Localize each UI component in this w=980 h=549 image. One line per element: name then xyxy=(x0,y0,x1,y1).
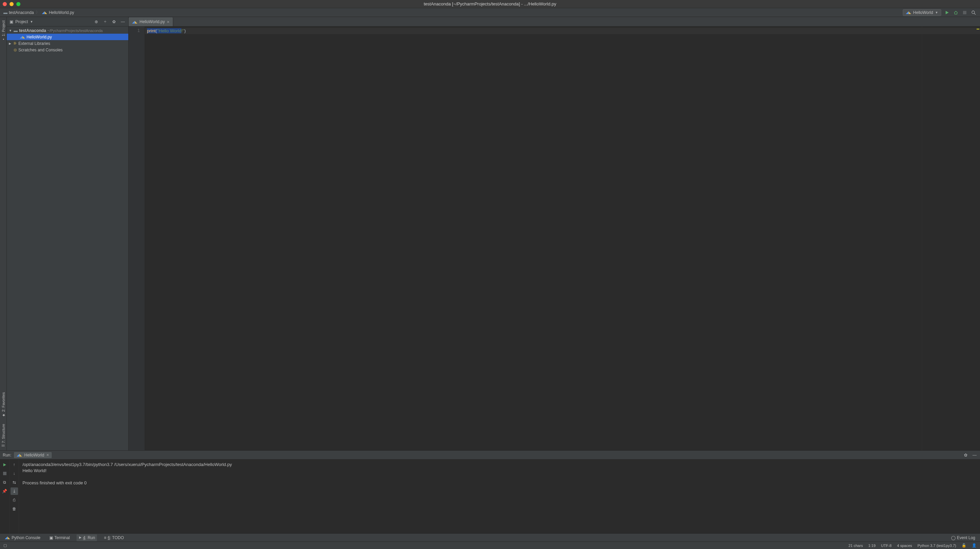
tab-mnemonic: 4 xyxy=(83,535,86,540)
run-tool-window: Run: ◢◣ HelloWorld ✕ ✿ — ⧉ 📌 ↑ ↓ ⇆ ⤓ xyxy=(0,451,980,533)
stop-run-button[interactable] xyxy=(1,470,8,477)
code-area[interactable]: print("Hello World!") xyxy=(145,27,980,451)
project-panel: ▣ Project ▼ ⊕ ÷ ✿ — ▼ ▬ testAnaconda ~/P… xyxy=(7,17,129,451)
tree-file[interactable]: ◢◣ HelloWorld.py xyxy=(7,34,128,40)
event-log-icon: ◯ xyxy=(951,535,956,540)
tree-scratches[interactable]: ◎ Scratches and Consoles xyxy=(7,47,128,53)
clear-all-button[interactable]: 🗑 xyxy=(11,505,18,513)
locate-file-button[interactable]: ⊕ xyxy=(94,19,99,24)
run-button[interactable] xyxy=(944,10,950,16)
status-chars: 21 chars xyxy=(848,544,862,547)
soft-wrap-button[interactable]: ⇆ xyxy=(11,479,18,486)
run-tab[interactable]: ◢◣ HelloWorld ✕ xyxy=(14,452,51,458)
expand-arrow-icon[interactable]: ▼ xyxy=(9,29,12,32)
editor-tabs: ◢◣ HelloWorld.py ✕ xyxy=(129,17,980,27)
code-token: ) xyxy=(184,28,185,33)
project-view-icon: ▣ xyxy=(10,19,13,24)
tree-label: External Libraries xyxy=(18,41,50,46)
scroll-down-button[interactable]: ↓ xyxy=(11,470,18,477)
close-window-button[interactable] xyxy=(3,2,7,6)
svg-rect-9 xyxy=(3,472,6,475)
gear-icon: ✿ xyxy=(964,453,967,457)
tree-external-libs[interactable]: ▶ ⊪ External Libraries xyxy=(7,40,128,47)
titlebar: testAnaconda [~/PycharmProjects/testAnac… xyxy=(0,0,980,8)
pin-button[interactable]: 📌 xyxy=(1,487,8,495)
print-button[interactable]: ⎙ xyxy=(11,496,18,504)
maximize-window-button[interactable] xyxy=(16,2,21,6)
breadcrumb-file[interactable]: ◢◣ HelloWorld.py xyxy=(42,10,74,15)
code-token: print xyxy=(147,28,156,33)
window-controls xyxy=(3,2,21,6)
svg-point-7 xyxy=(972,11,975,14)
terminal-tab[interactable]: ▣ Terminal xyxy=(47,535,72,541)
todo-icon: ≡ xyxy=(104,535,106,540)
event-log-tab[interactable]: ◯ Event Log xyxy=(949,535,977,541)
run-configuration-selector[interactable]: ◢◣ HelloWorld ▼ xyxy=(903,9,941,16)
scroll-to-end-button[interactable]: ⤓ xyxy=(11,487,18,495)
scroll-up-button[interactable]: ↑ xyxy=(11,461,18,468)
tree-root[interactable]: ▼ ▬ testAnaconda ~/PycharmProjects/testA… xyxy=(7,27,128,34)
editor-tab[interactable]: ◢◣ HelloWorld.py ✕ xyxy=(129,17,173,26)
close-tab-button[interactable]: ✕ xyxy=(46,453,49,457)
folder-icon: ▬ xyxy=(14,28,18,33)
settings-button[interactable]: ✿ xyxy=(111,19,117,24)
tree-label: Scratches and Consoles xyxy=(18,48,63,52)
run-tab[interactable]: 4: Run xyxy=(76,535,97,541)
run-output[interactable]: /opt/anaconda3/envs/test1py3.7/bin/pytho… xyxy=(19,460,980,533)
run-toolbar-left: ⧉ 📌 xyxy=(0,460,10,533)
debug-button[interactable] xyxy=(953,10,959,16)
output-stdout: Hello World! xyxy=(22,468,47,473)
favorites-tool-button[interactable]: ★ 2: Favorites xyxy=(1,392,5,417)
run-settings-button[interactable]: ✿ xyxy=(963,452,969,458)
hide-panel-button[interactable]: — xyxy=(120,19,126,24)
todo-tab[interactable]: ≡ 6: TODO xyxy=(102,535,126,541)
status-position[interactable]: 1:19 xyxy=(869,544,875,547)
editor-gutter: 1 xyxy=(129,27,145,451)
run-label: Run: xyxy=(3,453,11,457)
python-file-icon: ◢◣ xyxy=(132,20,137,24)
print-icon: ⎙ xyxy=(13,498,15,502)
editor-area: ◢◣ HelloWorld.py ✕ 1 print("Hello World!… xyxy=(129,17,980,451)
inspector-icon[interactable]: 👤 xyxy=(972,543,977,547)
breadcrumb-project[interactable]: ▬ testAnaconda xyxy=(3,10,34,15)
python-icon: ◢◣ xyxy=(17,453,22,457)
project-panel-header: ▣ Project ▼ ⊕ ÷ ✿ — xyxy=(7,17,128,27)
run-config-label: HelloWorld xyxy=(913,10,933,15)
folder-icon: ▬ xyxy=(3,10,8,15)
stop-button[interactable] xyxy=(962,10,968,16)
main-toolbar: ◢◣ HelloWorld ▼ xyxy=(903,9,977,16)
python-icon: ◢◣ xyxy=(5,536,10,539)
tab-label: : Run xyxy=(86,535,95,540)
status-encoding[interactable]: UTF-8 xyxy=(881,544,891,547)
bottom-tool-tabs: ◢◣ Python Console ▣ Terminal 4: Run ≡ 6:… xyxy=(0,533,980,541)
output-finish: Process finished with exit code 0 xyxy=(22,480,87,486)
status-left-button[interactable]: ▢ xyxy=(3,543,7,547)
expand-all-button[interactable]: ÷ xyxy=(102,19,108,24)
editor[interactable]: 1 print("Hello World!") xyxy=(129,27,980,451)
python-icon: ◢◣ xyxy=(906,11,911,14)
close-tab-button[interactable]: ✕ xyxy=(167,20,169,24)
expand-arrow-icon[interactable]: ▶ xyxy=(9,42,12,45)
terminal-icon: ▣ xyxy=(49,535,53,540)
rerun-button[interactable] xyxy=(1,461,8,468)
chevron-down-icon: ▼ xyxy=(30,20,33,24)
python-console-tab[interactable]: ◢◣ Python Console xyxy=(3,535,43,541)
hide-run-button[interactable]: — xyxy=(972,452,977,458)
minimize-window-button[interactable] xyxy=(10,2,14,6)
structure-tool-button[interactable]: ⠿ 7: Structure xyxy=(1,424,5,447)
project-tool-button[interactable]: ▪ 1: Project xyxy=(2,21,5,41)
layout-button[interactable]: ⧉ xyxy=(1,479,8,486)
python-file-icon: ◢◣ xyxy=(42,11,47,14)
breadcrumb-label: HelloWorld.py xyxy=(49,10,74,15)
navigation-bar: ▬ testAnaconda 〉 ◢◣ HelloWorld.py ◢◣ Hel… xyxy=(0,8,980,17)
tree-root-name: testAnaconda xyxy=(19,28,46,33)
search-everywhere-button[interactable] xyxy=(970,10,977,16)
run-toolbar-output: ↑ ↓ ⇆ ⤓ ⎙ 🗑 xyxy=(10,460,19,533)
svg-line-2 xyxy=(954,12,955,13)
tree-file-label: HelloWorld.py xyxy=(27,35,52,40)
lock-icon[interactable]: 🔓 xyxy=(962,543,966,547)
status-indent[interactable]: 4 spaces xyxy=(897,544,912,547)
tab-label: : TODO xyxy=(110,535,124,540)
project-panel-title[interactable]: ▣ Project ▼ xyxy=(10,19,33,24)
status-interpreter[interactable]: Python 3.7 (test1py3.7) xyxy=(917,544,956,547)
